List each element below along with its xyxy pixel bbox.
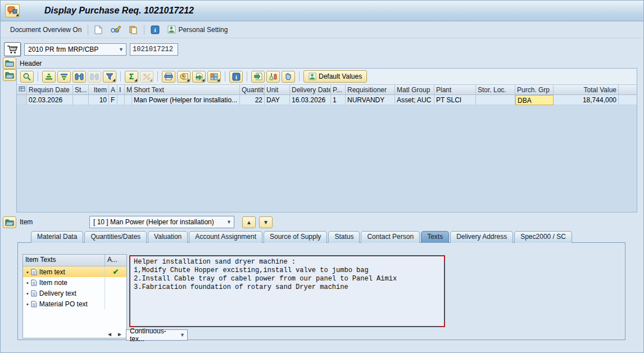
- display-change-button[interactable]: [106, 24, 125, 36]
- closed-folder-icon: [5, 60, 14, 67]
- application-toolbar: Document Overview On: [1, 21, 643, 38]
- create-document-button[interactable]: [90, 24, 106, 36]
- short-text-cell[interactable]: Man Power (Helper for installatio...: [132, 95, 240, 105]
- grid-information-button[interactable]: i: [229, 71, 243, 83]
- editor-corner-mark: [439, 321, 445, 327]
- shopping-cart-button[interactable]: [4, 42, 21, 56]
- item-detail-folder-button[interactable]: [3, 216, 16, 228]
- find-next-button[interactable]: [88, 71, 101, 83]
- p-cell[interactable]: 1: [331, 95, 346, 105]
- grid-header-row: Requisn Date St... Item A I M: Short Tex…: [17, 85, 637, 95]
- list-item-label: Delivery text: [39, 289, 76, 297]
- tab-status[interactable]: Status: [328, 231, 360, 243]
- column-header[interactable]: Requisitioner: [346, 85, 395, 95]
- services-for-object-button[interactable]: [5, 4, 20, 17]
- copy-button[interactable]: [125, 24, 142, 36]
- doc-type-select[interactable]: 2010 PR frm MRP/CBP ▼: [24, 43, 126, 56]
- requisitioner-cell[interactable]: NURVANDY: [346, 95, 395, 105]
- sigma-icon: Σ: [129, 73, 134, 80]
- column-header[interactable]: I: [117, 85, 125, 95]
- sum-button[interactable]: Σ: [125, 71, 138, 83]
- default-values-button[interactable]: Default Values: [303, 70, 367, 83]
- column-header[interactable]: Item: [89, 85, 109, 95]
- header-folder-button[interactable]: [3, 57, 16, 69]
- column-header[interactable]: A: [109, 85, 117, 95]
- insert-page-button[interactable]: [251, 71, 265, 83]
- unit-cell[interactable]: DAY: [265, 95, 290, 105]
- hold-button[interactable]: [282, 71, 295, 83]
- filter-button[interactable]: [103, 71, 116, 83]
- column-header[interactable]: Plant: [434, 85, 476, 95]
- scroll-right-icon[interactable]: ►: [117, 331, 123, 337]
- sort-ascending-button[interactable]: [42, 71, 56, 83]
- column-header[interactable]: Requisn Date: [27, 85, 73, 95]
- text-editor[interactable]: Helper installation sand dryer machine :…: [129, 255, 445, 327]
- i-cell[interactable]: [117, 95, 125, 105]
- stor-loc-cell[interactable]: [476, 95, 515, 105]
- delivery-date-cell[interactable]: 16.03.2026: [290, 95, 331, 105]
- status-cell[interactable]: [73, 95, 89, 105]
- item-texts-list-header: Item Texts A...: [23, 255, 126, 266]
- column-header[interactable]: Unit: [265, 85, 290, 95]
- tab-source-of-supply[interactable]: Source of Supply: [264, 231, 327, 243]
- column-header[interactable]: Total Value: [554, 85, 619, 95]
- item-overview-folder-button[interactable]: [3, 69, 16, 81]
- list-item-material-po-text[interactable]: • Material PO text: [23, 298, 126, 309]
- list-item-item-note[interactable]: • Item note: [23, 277, 126, 288]
- list-item-label: Item text: [39, 268, 65, 276]
- text-type-select[interactable]: Continuous-tex... ▼: [126, 329, 188, 341]
- chevron-down-icon: ▼: [119, 47, 124, 52]
- details-button[interactable]: [20, 71, 34, 83]
- tab-spec2000-sc[interactable]: Spec2000 / SC: [514, 231, 572, 243]
- next-item-button[interactable]: ▼: [259, 216, 273, 228]
- requisn-date-cell[interactable]: 02.03.2026: [27, 95, 73, 105]
- column-header[interactable]: P...: [331, 85, 346, 95]
- information-button[interactable]: i: [147, 24, 164, 36]
- hand-icon: [285, 73, 292, 80]
- matl-group-cell[interactable]: Asset; AUC: [395, 95, 434, 105]
- tab-texts[interactable]: Texts: [421, 231, 449, 243]
- subtotal-button[interactable]: [140, 71, 153, 83]
- column-header[interactable]: Stor. Loc.: [476, 85, 515, 95]
- document-overview-button[interactable]: Document Overview On: [6, 24, 85, 35]
- header-label: Header: [20, 60, 42, 67]
- column-header[interactable]: Delivery Date: [290, 85, 331, 95]
- plant-cell[interactable]: PT SLCI: [434, 95, 476, 105]
- layout-button[interactable]: [207, 71, 221, 83]
- scroll-left-icon[interactable]: ◄: [107, 331, 112, 337]
- text-type-value: Continuous-tex...: [130, 327, 176, 343]
- item-overview-grid: Σ: [16, 68, 637, 212]
- tab-quantities-dates[interactable]: Quantities/Dates: [84, 231, 147, 243]
- item-select[interactable]: [ 10 ] Man Power (Helper for installatio…: [89, 216, 234, 228]
- tab-material-data[interactable]: Material Data: [31, 231, 83, 243]
- row-selector-header[interactable]: [17, 85, 27, 95]
- acct-assignment-cat-cell[interactable]: F: [109, 95, 117, 105]
- export-button[interactable]: [192, 71, 206, 83]
- column-header[interactable]: Matl Group: [395, 85, 434, 95]
- total-value-cell[interactable]: 18,744,000: [554, 95, 619, 105]
- tab-valuation[interactable]: Valuation: [148, 231, 188, 243]
- quantity-cell[interactable]: 22: [240, 95, 265, 105]
- m-cell[interactable]: [125, 95, 132, 105]
- tab-contact-person[interactable]: Contact Person: [361, 231, 420, 243]
- find-button[interactable]: [72, 71, 86, 83]
- list-item-item-text[interactable]: • Item text ✔: [23, 266, 126, 277]
- column-header[interactable]: Short Text: [132, 85, 240, 95]
- previous-item-button[interactable]: ▲: [242, 216, 256, 228]
- doc-number-field[interactable]: [130, 43, 178, 56]
- lab-flasks-button[interactable]: [266, 71, 280, 83]
- sort-descending-button[interactable]: [57, 71, 71, 83]
- list-item-delivery-text[interactable]: • Delivery text: [23, 288, 126, 298]
- print-button[interactable]: [162, 71, 175, 83]
- column-header[interactable]: St...: [73, 85, 89, 95]
- item-cell[interactable]: 10: [89, 95, 109, 105]
- row-selector[interactable]: [17, 95, 27, 105]
- column-header[interactable]: M:: [125, 85, 132, 95]
- column-header[interactable]: Purch. Grp: [515, 85, 554, 95]
- tab-account-assignment[interactable]: Account Assignment: [189, 231, 262, 243]
- purch-grp-cell[interactable]: DBA: [515, 95, 554, 105]
- column-header[interactable]: Quantity: [240, 85, 265, 95]
- views-button[interactable]: [177, 71, 191, 83]
- personal-setting-button[interactable]: Personal Setting: [164, 24, 232, 35]
- tab-delivery-address[interactable]: Delivery Address: [450, 231, 513, 243]
